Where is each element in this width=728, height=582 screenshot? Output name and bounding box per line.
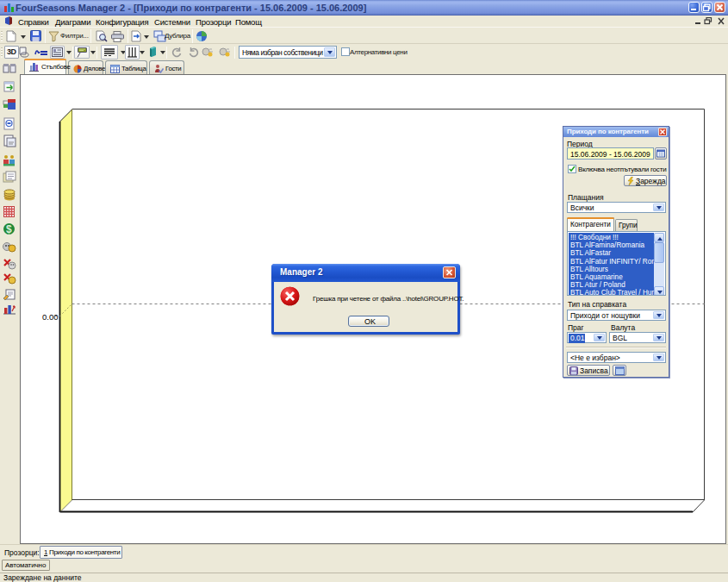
svg-text:$: $ [6, 223, 12, 235]
svg-text:0.00: 0.00 [42, 312, 59, 322]
